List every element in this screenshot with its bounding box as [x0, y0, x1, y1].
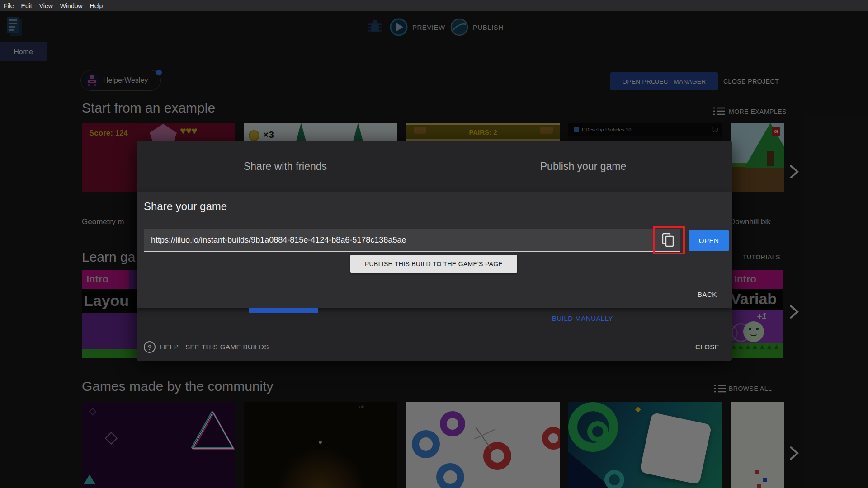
annotation-highlight-box [653, 226, 685, 254]
build-manually-button[interactable]: BUILD MANUALLY [552, 314, 613, 322]
build-url-input[interactable] [150, 229, 647, 251]
menu-window[interactable]: Window [60, 2, 83, 9]
publish-build-button[interactable]: PUBLISH THIS BUILD TO THE GAME'S PAGE [350, 255, 517, 273]
panel-title: Share your game [144, 200, 227, 213]
build-url-field [144, 229, 680, 252]
share-dialog: Share with friends Publish your game Sha… [137, 141, 732, 361]
menu-help[interactable]: Help [90, 2, 103, 9]
menu-bar: File Edit View Window Help [0, 0, 868, 11]
menu-file[interactable]: File [4, 2, 14, 9]
back-button[interactable]: BACK [698, 291, 717, 298]
help-button[interactable]: HELP [160, 343, 179, 351]
menu-view[interactable]: View [39, 2, 53, 9]
tab-share-with-friends[interactable]: Share with friends [137, 141, 434, 192]
share-your-game-panel: Share your game OPEN PUBLISH THIS BUILD … [137, 192, 732, 308]
menu-edit[interactable]: Edit [21, 2, 32, 9]
app-window: File Edit View Window Help [0, 0, 868, 488]
help-icon[interactable]: ? [144, 341, 156, 353]
see-builds-button[interactable]: SEE THIS GAME BUILDS [185, 343, 269, 351]
generate-link-button-sliver [249, 308, 318, 313]
tab-publish-your-game[interactable]: Publish your game [434, 141, 732, 192]
open-build-button[interactable]: OPEN [689, 230, 729, 251]
close-dialog-button[interactable]: CLOSE [695, 343, 719, 351]
